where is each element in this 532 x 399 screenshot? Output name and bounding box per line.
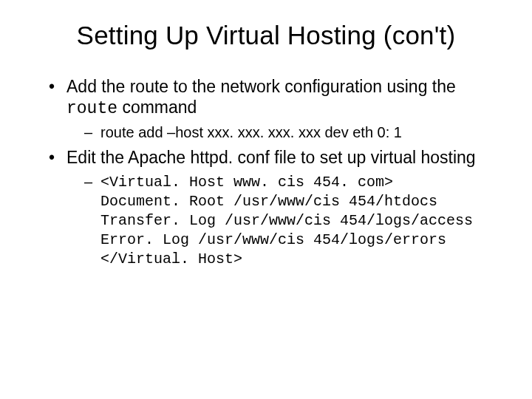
bullet-item-2: Edit the Apache httpd. conf file to set …	[49, 148, 495, 269]
sub-item-1: route add –host xxx. xxx. xxx. xxx dev e…	[84, 123, 495, 142]
code-block: <Virtual. Host www. cis 454. com> Docume…	[100, 173, 495, 269]
bullet-text-pre: Add the route to the network configurati…	[66, 77, 456, 96]
bullet-text-2: Edit the Apache httpd. conf file to set …	[66, 148, 476, 167]
slide-title: Setting Up Virtual Hosting (con't)	[37, 21, 495, 50]
sub-list-2: <Virtual. Host www. cis 454. com> Docume…	[66, 173, 495, 269]
sub-item-text: route add –host xxx. xxx. xxx. xxx dev e…	[100, 124, 402, 140]
sub-item-2: <Virtual. Host www. cis 454. com> Docume…	[84, 173, 495, 269]
bullet-text-post: command	[117, 98, 197, 117]
bullet-text-code: route	[66, 99, 117, 118]
sub-list-1: route add –host xxx. xxx. xxx. xxx dev e…	[66, 123, 495, 142]
bullet-list: Add the route to the network configurati…	[37, 77, 495, 269]
bullet-item-1: Add the route to the network configurati…	[49, 77, 495, 142]
